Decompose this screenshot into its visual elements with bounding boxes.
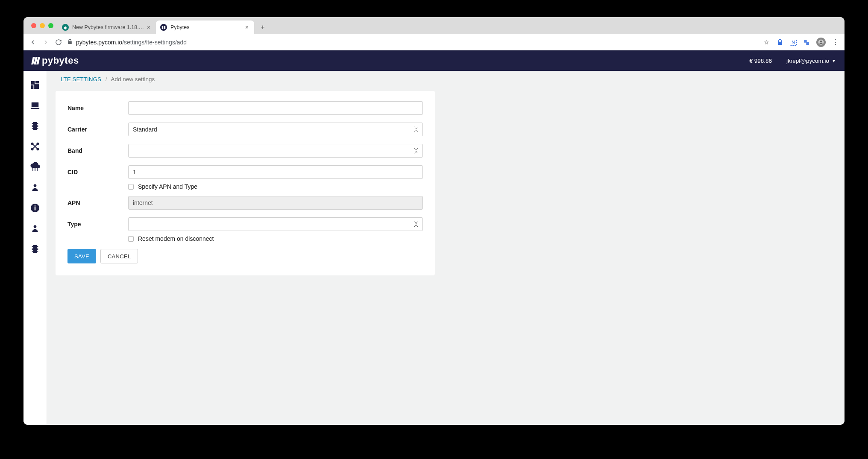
extension-translate-icon[interactable] xyxy=(803,38,810,46)
svg-rect-37 xyxy=(37,251,38,252)
sidebar-network-icon[interactable] xyxy=(27,138,43,155)
form-card: Name Carrier Standard Band xyxy=(56,91,435,275)
label-name: Name xyxy=(67,105,128,111)
tab-inactive[interactable]: ◆ New Pybytes firmware 1.18.1.r9 | × xyxy=(58,20,156,34)
band-select[interactable] xyxy=(128,144,423,158)
svg-rect-30 xyxy=(32,246,33,247)
type-select[interactable] xyxy=(128,217,423,231)
label-apn: APN xyxy=(67,199,128,206)
cancel-button[interactable]: CANCEL xyxy=(100,249,138,263)
svg-rect-6 xyxy=(32,102,39,107)
address-bar: pybytes.pycom.io/settings/lte-settings/a… xyxy=(23,34,845,50)
window-minimize[interactable] xyxy=(40,23,45,28)
svg-rect-5 xyxy=(34,84,39,89)
extension-n-icon[interactable]: N xyxy=(790,39,797,46)
tab-title: New Pybytes firmware 1.18.1.r9 | xyxy=(72,24,146,30)
logo[interactable]: pybytes xyxy=(32,55,79,66)
svg-rect-16 xyxy=(37,128,38,129)
svg-rect-32 xyxy=(32,249,33,250)
chevron-down-icon: ▼ xyxy=(832,58,836,63)
new-tab-button[interactable]: + xyxy=(257,21,269,33)
label-carrier: Carrier xyxy=(67,126,128,133)
svg-rect-7 xyxy=(31,108,39,109)
sidebar-info-icon[interactable] xyxy=(27,200,43,216)
lock-icon xyxy=(67,39,73,46)
url-host: pybytes.pycom.io xyxy=(76,39,122,46)
specify-apn-label: Specify APN and Type xyxy=(138,183,197,190)
label-band: Band xyxy=(67,147,128,154)
svg-rect-2 xyxy=(31,81,35,85)
tab-close-icon[interactable]: × xyxy=(146,24,152,30)
url-path: /settings/lte-settings/add xyxy=(122,39,187,46)
header-right: € 998.86 jkrepl@pycom.io ▼ xyxy=(750,58,836,64)
tab-active[interactable]: ▮▮ Pybytes × xyxy=(156,20,254,34)
sidebar-devices-icon[interactable] xyxy=(27,97,43,114)
label-cid: CID xyxy=(67,169,128,175)
svg-rect-13 xyxy=(37,123,38,124)
sidebar-user-icon[interactable] xyxy=(27,179,43,196)
sidebar-dashboard-icon[interactable] xyxy=(27,77,43,93)
star-icon[interactable]: ☆ xyxy=(762,38,770,46)
app-header: pybytes € 998.86 jkrepl@pycom.io ▼ xyxy=(23,50,845,71)
back-button[interactable] xyxy=(29,38,37,47)
svg-rect-12 xyxy=(32,128,33,129)
name-input[interactable] xyxy=(128,101,423,115)
svg-rect-8 xyxy=(33,122,37,130)
browser-menu-icon[interactable]: ⋮ xyxy=(832,38,839,46)
user-menu[interactable]: jkrepl@pycom.io ▼ xyxy=(786,58,836,64)
svg-point-24 xyxy=(34,184,37,187)
svg-rect-29 xyxy=(33,245,37,253)
logo-flag-icon xyxy=(32,57,39,64)
sidebar-board-icon[interactable] xyxy=(27,118,43,134)
svg-rect-11 xyxy=(32,126,33,127)
favicon-icon: ◆ xyxy=(62,24,69,31)
cid-input[interactable]: 1 xyxy=(128,165,423,179)
label-type: Type xyxy=(67,221,128,228)
balance: € 998.86 xyxy=(750,58,772,64)
tab-title: Pybytes xyxy=(170,24,244,30)
svg-point-28 xyxy=(34,225,37,228)
reload-button[interactable] xyxy=(54,38,63,47)
svg-rect-33 xyxy=(32,251,33,252)
sidebar-cloud-icon[interactable] xyxy=(27,159,43,175)
main-content: LTE SETTINGS / Add new settings Name Car… xyxy=(47,71,845,425)
favicon-icon: ▮▮ xyxy=(160,24,167,31)
profile-avatar[interactable] xyxy=(816,38,826,47)
specify-apn-checkbox[interactable] xyxy=(128,184,134,190)
carrier-select[interactable]: Standard xyxy=(128,123,423,136)
svg-rect-9 xyxy=(32,123,33,124)
apn-input: internet xyxy=(128,196,423,210)
tab-close-icon[interactable]: × xyxy=(244,24,250,30)
extension-lock-icon[interactable] xyxy=(776,38,784,46)
svg-rect-10 xyxy=(32,125,33,126)
browser-window: ◆ New Pybytes firmware 1.18.1.r9 | × ▮▮ … xyxy=(23,17,845,425)
window-controls xyxy=(28,17,58,34)
svg-rect-35 xyxy=(37,248,38,249)
reset-modem-label: Reset modem on disconnect xyxy=(138,235,214,242)
breadcrumb: LTE SETTINGS / Add new settings xyxy=(47,71,845,88)
sidebar-chip-icon[interactable] xyxy=(27,241,43,257)
svg-rect-36 xyxy=(37,249,38,250)
save-button[interactable]: SAVE xyxy=(67,249,96,263)
svg-rect-31 xyxy=(32,248,33,249)
reset-modem-checkbox[interactable] xyxy=(128,236,134,242)
breadcrumb-current: Add new settings xyxy=(111,76,155,82)
forward-button[interactable] xyxy=(41,38,50,47)
breadcrumb-separator: / xyxy=(106,76,107,82)
svg-point-1 xyxy=(820,40,822,42)
breadcrumb-root[interactable]: LTE SETTINGS xyxy=(61,76,101,82)
svg-point-26 xyxy=(35,205,36,207)
svg-rect-14 xyxy=(37,125,38,126)
sidebar xyxy=(23,71,47,425)
window-close[interactable] xyxy=(31,23,36,28)
svg-rect-15 xyxy=(37,126,38,127)
svg-rect-34 xyxy=(37,246,38,247)
logo-text: pybytes xyxy=(42,55,79,66)
svg-rect-3 xyxy=(35,81,39,84)
url-input[interactable]: pybytes.pycom.io/settings/lte-settings/a… xyxy=(67,36,758,48)
svg-rect-27 xyxy=(35,207,36,210)
window-maximize[interactable] xyxy=(48,23,53,28)
user-email: jkrepl@pycom.io xyxy=(786,58,829,64)
sidebar-profile-icon[interactable] xyxy=(27,220,43,237)
svg-rect-4 xyxy=(31,85,34,89)
